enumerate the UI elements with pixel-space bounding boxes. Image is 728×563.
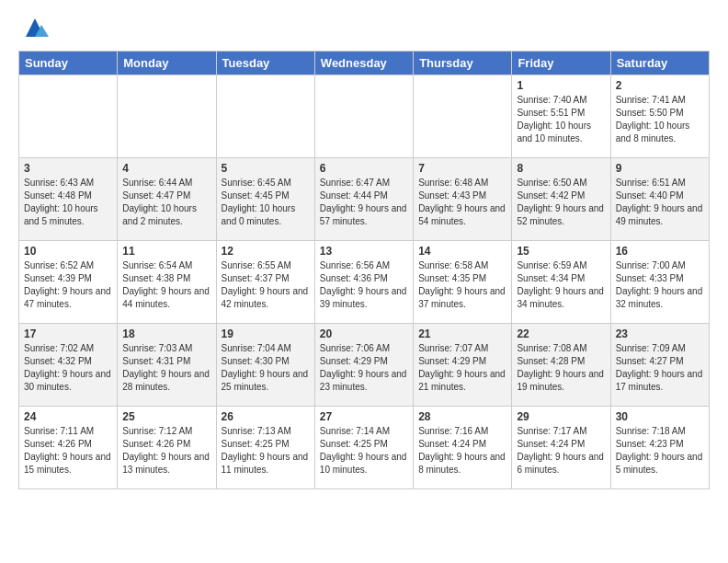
day-number: 13 xyxy=(320,245,408,258)
calendar-cell xyxy=(216,75,314,158)
calendar-cell: 7Sunrise: 6:48 AM Sunset: 4:43 PM Daylig… xyxy=(414,158,512,241)
day-number: 30 xyxy=(616,410,704,423)
day-info: Sunrise: 7:08 AM Sunset: 4:28 PM Dayligh… xyxy=(517,342,605,394)
day-info: Sunrise: 6:54 AM Sunset: 4:38 PM Dayligh… xyxy=(122,259,210,311)
day-info: Sunrise: 7:14 AM Sunset: 4:25 PM Dayligh… xyxy=(320,425,408,477)
calendar-cell: 30Sunrise: 7:18 AM Sunset: 4:23 PM Dayli… xyxy=(610,407,709,489)
day-info: Sunrise: 7:07 AM Sunset: 4:29 PM Dayligh… xyxy=(418,342,506,394)
calendar-week-row: 24Sunrise: 7:11 AM Sunset: 4:26 PM Dayli… xyxy=(19,407,710,489)
day-info: Sunrise: 7:40 AM Sunset: 5:51 PM Dayligh… xyxy=(517,94,605,145)
day-info: Sunrise: 7:18 AM Sunset: 4:23 PM Dayligh… xyxy=(616,425,704,477)
day-info: Sunrise: 7:16 AM Sunset: 4:24 PM Dayligh… xyxy=(418,425,506,477)
day-number: 9 xyxy=(616,162,704,175)
logo xyxy=(18,14,49,41)
calendar-cell: 28Sunrise: 7:16 AM Sunset: 4:24 PM Dayli… xyxy=(414,407,512,489)
calendar-cell: 6Sunrise: 6:47 AM Sunset: 4:44 PM Daylig… xyxy=(314,158,413,241)
calendar-cell: 25Sunrise: 7:12 AM Sunset: 4:26 PM Dayli… xyxy=(118,407,216,489)
day-info: Sunrise: 7:12 AM Sunset: 4:26 PM Dayligh… xyxy=(122,425,210,477)
day-number: 27 xyxy=(320,410,408,423)
day-number: 3 xyxy=(24,162,112,175)
calendar-cell: 17Sunrise: 7:02 AM Sunset: 4:32 PM Dayli… xyxy=(19,324,118,407)
calendar-cell: 26Sunrise: 7:13 AM Sunset: 4:25 PM Dayli… xyxy=(216,407,314,489)
day-number: 4 xyxy=(122,162,210,175)
day-number: 24 xyxy=(24,410,112,423)
day-info: Sunrise: 7:13 AM Sunset: 4:25 PM Dayligh… xyxy=(222,425,310,477)
day-info: Sunrise: 6:56 AM Sunset: 4:36 PM Dayligh… xyxy=(320,259,408,311)
day-number: 21 xyxy=(418,327,506,340)
day-number: 17 xyxy=(24,327,112,340)
calendar-cell: 18Sunrise: 7:03 AM Sunset: 4:31 PM Dayli… xyxy=(118,324,216,407)
day-number: 5 xyxy=(222,162,310,175)
day-number: 2 xyxy=(616,79,704,92)
calendar-cell: 4Sunrise: 6:44 AM Sunset: 4:47 PM Daylig… xyxy=(118,158,216,241)
day-number: 29 xyxy=(517,410,605,423)
day-number: 18 xyxy=(122,327,210,340)
day-info: Sunrise: 6:50 AM Sunset: 4:42 PM Dayligh… xyxy=(517,177,605,228)
calendar-cell: 23Sunrise: 7:09 AM Sunset: 4:27 PM Dayli… xyxy=(610,324,709,407)
calendar-cell: 3Sunrise: 6:43 AM Sunset: 4:48 PM Daylig… xyxy=(19,158,118,241)
day-of-week-header: Saturday xyxy=(610,52,709,75)
day-number: 16 xyxy=(616,245,704,258)
day-number: 1 xyxy=(517,79,605,92)
day-number: 8 xyxy=(517,162,605,175)
day-of-week-header: Friday xyxy=(512,52,610,75)
day-info: Sunrise: 6:47 AM Sunset: 4:44 PM Dayligh… xyxy=(320,177,408,228)
day-number: 12 xyxy=(222,245,310,258)
day-number: 15 xyxy=(517,245,605,258)
day-of-week-header: Sunday xyxy=(19,52,118,75)
day-info: Sunrise: 6:51 AM Sunset: 4:40 PM Dayligh… xyxy=(616,177,704,228)
calendar-cell: 21Sunrise: 7:07 AM Sunset: 4:29 PM Dayli… xyxy=(414,324,512,407)
calendar-cell: 16Sunrise: 7:00 AM Sunset: 4:33 PM Dayli… xyxy=(610,241,709,324)
day-number: 11 xyxy=(122,245,210,258)
day-number: 26 xyxy=(222,410,310,423)
day-info: Sunrise: 7:03 AM Sunset: 4:31 PM Dayligh… xyxy=(122,342,210,394)
day-info: Sunrise: 6:43 AM Sunset: 4:48 PM Dayligh… xyxy=(24,177,112,228)
calendar-week-row: 1Sunrise: 7:40 AM Sunset: 5:51 PM Daylig… xyxy=(19,75,710,158)
calendar-cell xyxy=(414,75,512,158)
calendar-cell: 10Sunrise: 6:52 AM Sunset: 4:39 PM Dayli… xyxy=(19,241,118,324)
calendar-cell xyxy=(314,75,413,158)
calendar-cell: 27Sunrise: 7:14 AM Sunset: 4:25 PM Dayli… xyxy=(314,407,413,489)
header xyxy=(18,14,710,41)
day-info: Sunrise: 6:44 AM Sunset: 4:47 PM Dayligh… xyxy=(122,177,210,228)
calendar-cell: 5Sunrise: 6:45 AM Sunset: 4:45 PM Daylig… xyxy=(216,158,314,241)
day-info: Sunrise: 6:48 AM Sunset: 4:43 PM Dayligh… xyxy=(418,177,506,228)
day-number: 14 xyxy=(418,245,506,258)
day-number: 23 xyxy=(616,327,704,340)
calendar-cell: 13Sunrise: 6:56 AM Sunset: 4:36 PM Dayli… xyxy=(314,241,413,324)
calendar-cell: 8Sunrise: 6:50 AM Sunset: 4:42 PM Daylig… xyxy=(512,158,610,241)
day-info: Sunrise: 7:00 AM Sunset: 4:33 PM Dayligh… xyxy=(616,259,704,311)
day-info: Sunrise: 7:41 AM Sunset: 5:50 PM Dayligh… xyxy=(616,94,704,145)
day-info: Sunrise: 7:04 AM Sunset: 4:30 PM Dayligh… xyxy=(222,342,310,394)
day-of-week-header: Thursday xyxy=(414,52,512,75)
calendar-cell: 24Sunrise: 7:11 AM Sunset: 4:26 PM Dayli… xyxy=(19,407,118,489)
logo-icon xyxy=(21,14,49,41)
day-info: Sunrise: 7:17 AM Sunset: 4:24 PM Dayligh… xyxy=(517,425,605,477)
calendar-week-row: 10Sunrise: 6:52 AM Sunset: 4:39 PM Dayli… xyxy=(19,241,710,324)
day-info: Sunrise: 7:09 AM Sunset: 4:27 PM Dayligh… xyxy=(616,342,704,394)
calendar-week-row: 3Sunrise: 6:43 AM Sunset: 4:48 PM Daylig… xyxy=(19,158,710,241)
calendar-cell: 12Sunrise: 6:55 AM Sunset: 4:37 PM Dayli… xyxy=(216,241,314,324)
day-number: 6 xyxy=(320,162,408,175)
calendar-cell: 9Sunrise: 6:51 AM Sunset: 4:40 PM Daylig… xyxy=(610,158,709,241)
calendar-header-row: SundayMondayTuesdayWednesdayThursdayFrid… xyxy=(19,52,710,75)
day-info: Sunrise: 7:06 AM Sunset: 4:29 PM Dayligh… xyxy=(320,342,408,394)
day-number: 19 xyxy=(222,327,310,340)
day-of-week-header: Tuesday xyxy=(216,52,314,75)
calendar-cell: 15Sunrise: 6:59 AM Sunset: 4:34 PM Dayli… xyxy=(512,241,610,324)
calendar: SundayMondayTuesdayWednesdayThursdayFrid… xyxy=(18,51,710,489)
calendar-cell: 22Sunrise: 7:08 AM Sunset: 4:28 PM Dayli… xyxy=(512,324,610,407)
day-number: 28 xyxy=(418,410,506,423)
calendar-cell: 19Sunrise: 7:04 AM Sunset: 4:30 PM Dayli… xyxy=(216,324,314,407)
day-of-week-header: Monday xyxy=(118,52,216,75)
calendar-cell xyxy=(118,75,216,158)
day-number: 22 xyxy=(517,327,605,340)
day-number: 10 xyxy=(24,245,112,258)
calendar-cell: 20Sunrise: 7:06 AM Sunset: 4:29 PM Dayli… xyxy=(314,324,413,407)
calendar-cell xyxy=(19,75,118,158)
day-info: Sunrise: 7:11 AM Sunset: 4:26 PM Dayligh… xyxy=(24,425,112,477)
day-info: Sunrise: 6:45 AM Sunset: 4:45 PM Dayligh… xyxy=(222,177,310,228)
calendar-cell: 1Sunrise: 7:40 AM Sunset: 5:51 PM Daylig… xyxy=(512,75,610,158)
page: SundayMondayTuesdayWednesdayThursdayFrid… xyxy=(0,0,728,508)
day-info: Sunrise: 6:52 AM Sunset: 4:39 PM Dayligh… xyxy=(24,259,112,311)
